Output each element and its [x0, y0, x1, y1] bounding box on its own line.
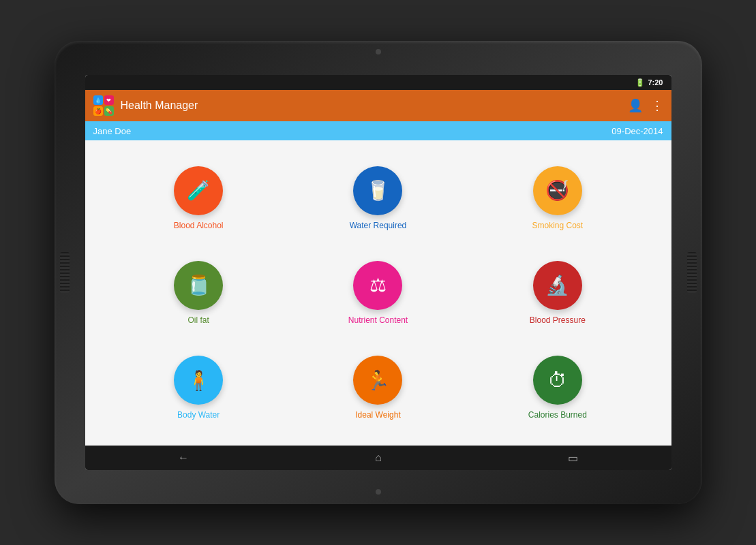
- logo-heart-icon: ❤: [104, 95, 114, 105]
- blood-alcohol-label: Blood Alcohol: [174, 221, 224, 230]
- app-logo: 💧 ❤ 🍎 💊: [93, 95, 114, 116]
- calories-burned-label: Calories Burned: [528, 410, 587, 420]
- screen: 🔋 7:20 💧 ❤ 🍎 💊 Health Manager 👤 ⋮: [85, 75, 671, 470]
- user-bar: Jane Doe 09-Dec-2014: [85, 121, 671, 140]
- user-date: 09-Dec-2014: [611, 126, 663, 136]
- calories-burned-circle: ⏱: [533, 356, 582, 405]
- recent-button[interactable]: ▭: [554, 449, 592, 467]
- app-header: 💧 ❤ 🍎 💊 Health Manager 👤 ⋮: [85, 90, 671, 121]
- health-item-blood-alcohol[interactable]: 🧪Blood Alcohol: [112, 154, 285, 242]
- speaker-right: [687, 252, 697, 293]
- logo-pill-icon: 💊: [104, 106, 114, 116]
- health-item-oil-fat[interactable]: 🫙Oil fat: [112, 249, 285, 337]
- blood-alcohol-circle: 🧪: [174, 166, 223, 215]
- oil-fat-label: Oil fat: [187, 315, 209, 325]
- health-item-ideal-weight[interactable]: 🏃Ideal Weight: [292, 344, 464, 432]
- battery-icon: 🔋: [635, 78, 645, 87]
- user-name: Jane Doe: [93, 126, 132, 136]
- blood-pressure-label: Blood Pressure: [530, 315, 586, 325]
- health-item-water-required[interactable]: 🥛Water Required: [292, 154, 464, 242]
- main-grid: 🧪Blood Alcohol🥛Water Required🚭Smoking Co…: [85, 140, 671, 446]
- water-required-label: Water Required: [350, 221, 407, 230]
- more-options-icon[interactable]: ⋮: [651, 98, 663, 113]
- tablet-device: 🔋 7:20 💧 ❤ 🍎 💊 Health Manager 👤 ⋮: [55, 41, 702, 504]
- header-actions: 👤 ⋮: [628, 98, 663, 113]
- status-bar: 🔋 7:20: [85, 75, 671, 90]
- nutrient-content-label: Nutrient Content: [348, 315, 408, 325]
- health-item-body-water[interactable]: 🧍Body Water: [112, 344, 285, 432]
- bottom-nav: ← ⌂ ▭: [85, 446, 671, 470]
- ideal-weight-circle: 🏃: [353, 356, 402, 405]
- oil-fat-circle: 🫙: [174, 261, 223, 310]
- health-item-smoking-cost[interactable]: 🚭Smoking Cost: [471, 154, 644, 242]
- health-item-calories-burned[interactable]: ⏱Calories Burned: [471, 344, 644, 432]
- nutrient-content-circle: ⚖: [353, 261, 402, 310]
- ideal-weight-label: Ideal Weight: [355, 410, 401, 420]
- body-water-label: Body Water: [177, 410, 220, 420]
- status-time: 7:20: [648, 78, 663, 87]
- health-item-blood-pressure[interactable]: 🔬Blood Pressure: [471, 249, 644, 337]
- smoking-cost-circle: 🚭: [533, 166, 582, 215]
- back-button[interactable]: ←: [164, 449, 202, 467]
- health-item-nutrient-content[interactable]: ⚖Nutrient Content: [292, 249, 464, 337]
- app-title: Health Manager: [121, 99, 628, 112]
- speaker-left: [60, 252, 70, 293]
- water-required-circle: 🥛: [353, 166, 402, 215]
- smoking-cost-label: Smoking Cost: [532, 221, 583, 230]
- home-button: [376, 489, 381, 495]
- profile-icon[interactable]: 👤: [628, 98, 643, 113]
- logo-water-icon: 💧: [93, 95, 103, 105]
- body-water-circle: 🧍: [174, 356, 223, 405]
- home-nav-button[interactable]: ⌂: [361, 449, 395, 467]
- blood-pressure-circle: 🔬: [533, 261, 582, 310]
- logo-apple-icon: 🍎: [93, 106, 103, 116]
